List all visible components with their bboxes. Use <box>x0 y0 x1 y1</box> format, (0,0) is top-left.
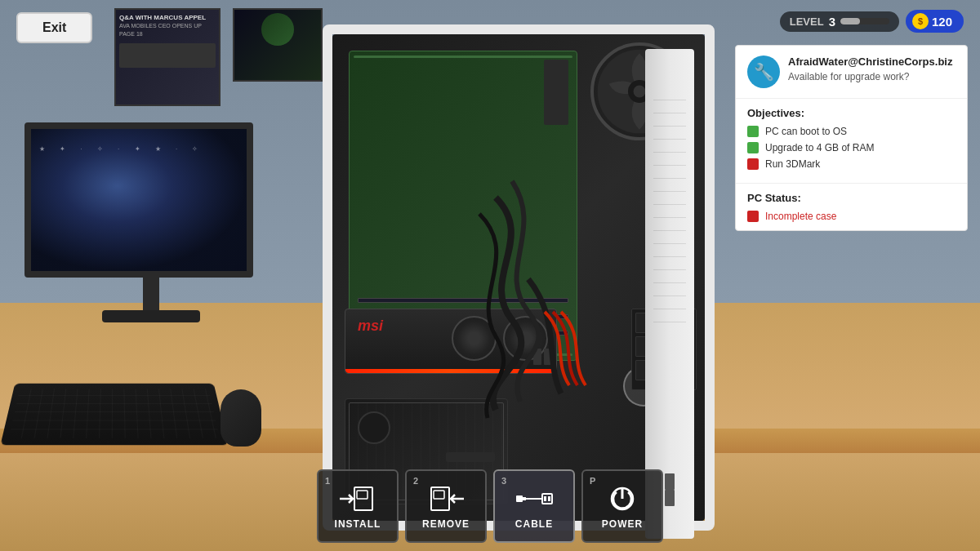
svg-rect-10 <box>523 497 526 500</box>
svg-rect-12 <box>542 494 552 504</box>
remove-button[interactable]: 2 REMOVE <box>405 469 487 543</box>
svg-rect-14 <box>548 496 550 501</box>
power-icon <box>602 482 643 515</box>
pc-case[interactable]: COOLERMASTER <box>323 24 715 531</box>
mouse <box>220 389 261 447</box>
svg-point-2 <box>634 86 646 98</box>
monitor-stand <box>143 278 159 310</box>
game-scene: Q&A WITH MARCUS APPEL AVA MOBILES CEO OP… <box>0 0 980 551</box>
gpu-fan-1 <box>452 316 497 361</box>
cable-button[interactable]: 3 CABLE <box>493 469 575 543</box>
objective-1-status <box>747 126 759 137</box>
monitor <box>24 122 278 318</box>
svg-rect-7 <box>434 491 444 499</box>
install-label: INSTALL <box>335 518 381 530</box>
pc-status-section: PC Status: Incomplete case <box>736 184 967 230</box>
install-icon <box>337 482 378 515</box>
cable-label: CABLE <box>515 518 553 530</box>
power-key: P <box>590 476 595 486</box>
cable-icon <box>514 482 555 515</box>
install-button[interactable]: 1 INSTALL <box>317 469 399 543</box>
svg-rect-9 <box>516 495 523 502</box>
mission-panel: 🔧 AfraidWater@ChristineCorps.biz Availab… <box>735 45 968 231</box>
pc-status-indicator <box>747 211 759 222</box>
wall-poster-2 <box>233 8 323 82</box>
wall-poster-1: Q&A WITH MARCUS APPEL AVA MOBILES CEO OP… <box>114 8 220 106</box>
level-value: 3 <box>829 15 835 29</box>
gpu <box>345 309 557 374</box>
monitor-screen <box>24 122 253 278</box>
objectives-label: Objectives: <box>747 107 956 119</box>
power-button[interactable]: P POWER <box>581 469 663 543</box>
objective-3: Run 3DMark <box>747 158 956 170</box>
level-bar <box>840 18 889 24</box>
keyboard <box>0 384 228 446</box>
money-amount: 120 <box>932 15 952 29</box>
svg-rect-13 <box>544 496 546 501</box>
avatar-container: 🔧 <box>747 56 780 88</box>
svg-rect-11 <box>526 498 542 500</box>
mission-info: AfraidWater@ChristineCorps.biz Available… <box>788 56 952 82</box>
level-display: LEVEL 3 <box>780 11 899 32</box>
pc-status-text: Incomplete case <box>765 211 836 222</box>
bottom-toolbar: 1 INSTALL 2 <box>0 461 980 551</box>
objective-1: PC can boot to OS <box>747 126 956 137</box>
mission-header: 🔧 AfraidWater@ChristineCorps.biz Availab… <box>736 46 967 99</box>
level-label: LEVEL <box>790 16 824 28</box>
remove-label: REMOVE <box>422 518 470 530</box>
mission-subtitle: Available for upgrade work? <box>788 71 952 82</box>
pc-status-item: Incomplete case <box>747 211 956 222</box>
coin-icon: $ <box>912 13 929 29</box>
wrench-icon: 🔧 <box>754 62 774 82</box>
objective-3-status <box>747 158 759 170</box>
objective-2: Upgrade to 4 GB of RAM <box>747 142 956 153</box>
power-label: POWER <box>602 518 643 530</box>
svg-rect-4 <box>357 491 368 499</box>
remove-key: 2 <box>413 476 418 486</box>
pc-status-label: PC Status: <box>747 192 956 204</box>
money-display: $ 120 <box>906 10 964 33</box>
cable-key: 3 <box>501 476 506 486</box>
level-fill <box>840 18 860 24</box>
hud-top-right: LEVEL 3 $ 120 <box>780 10 964 33</box>
monitor-base <box>102 310 200 322</box>
install-key: 1 <box>325 476 330 486</box>
objective-3-text: Run 3DMark <box>765 158 820 170</box>
objectives-section: Objectives: PC can boot to OS Upgrade to… <box>736 99 967 184</box>
remove-icon <box>425 482 466 515</box>
exit-button[interactable]: Exit <box>16 12 92 43</box>
objective-2-status <box>747 142 759 153</box>
objective-2-text: Upgrade to 4 GB of RAM <box>765 142 874 153</box>
mission-title: AfraidWater@ChristineCorps.biz <box>788 56 952 69</box>
objective-1-text: PC can boot to OS <box>765 126 847 137</box>
